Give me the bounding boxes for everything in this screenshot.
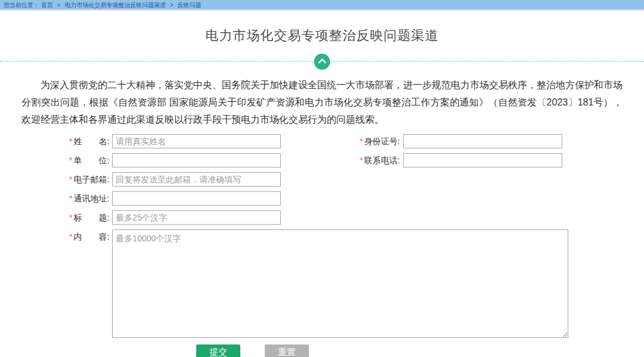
content-label-text: 内 容:	[73, 232, 109, 241]
email-label: *电子邮箱:	[69, 172, 109, 187]
notice-paragraph: 为深入贯彻党的二十大精神，落实党中央、国务院关于加快建设全国统一大市场部署，进一…	[21, 76, 623, 128]
phone-label-text: 联系电话:	[364, 156, 400, 165]
address-field-group: *通讯地址:	[69, 191, 281, 206]
phone-field-group: *联系电话:	[360, 153, 562, 167]
address-input[interactable]	[112, 191, 281, 206]
unit-field-group: *单 位:	[69, 153, 281, 167]
collapse-toggle-button[interactable]	[314, 54, 330, 70]
breadcrumb-item-current: 反映问题	[178, 2, 202, 8]
address-label-text: 通讯地址:	[73, 194, 109, 203]
dotted-divider	[0, 61, 644, 62]
email-input[interactable]	[112, 172, 281, 187]
required-marker: *	[69, 213, 72, 222]
submit-button[interactable]: 提交	[196, 344, 240, 357]
breadcrumb-prefix: 您当前位置：	[4, 2, 39, 8]
required-marker: *	[69, 156, 72, 165]
title-label-text: 标 题:	[73, 213, 109, 222]
email-label-text: 电子邮箱:	[73, 175, 109, 184]
required-marker: *	[69, 136, 72, 146]
form-row-title: *标 题:	[69, 210, 644, 225]
form-row-name-id: *姓 名: *身份证号:	[69, 134, 644, 148]
name-label-text: 姓 名:	[73, 136, 109, 146]
content-textarea[interactable]	[112, 229, 568, 338]
phone-label: *联系电话:	[360, 153, 400, 167]
id-number-label-text: 身份证号:	[364, 136, 400, 146]
required-marker: *	[69, 194, 72, 203]
form-row-unit-phone: *单 位: *联系电话:	[69, 153, 644, 167]
form-row-content: *内 容:	[69, 229, 644, 338]
required-marker: *	[69, 232, 72, 241]
breadcrumb-item-home[interactable]: 首页	[41, 2, 53, 8]
id-number-field-group: *身份证号:	[360, 134, 562, 148]
breadcrumb-item-channel[interactable]: 电力市场化交易专项整治反映问题渠道	[64, 2, 166, 8]
email-field-group: *电子邮箱:	[69, 172, 281, 187]
title-label: *标 题:	[69, 210, 109, 225]
form-row-email: *电子邮箱:	[69, 172, 644, 187]
page-title: 电力市场化交易专项整治反映问题渠道	[0, 27, 644, 45]
address-label: *通讯地址:	[69, 191, 109, 206]
breadcrumb-separator: >	[57, 2, 61, 8]
id-number-label: *身份证号:	[360, 134, 400, 148]
name-label: *姓 名:	[69, 134, 109, 148]
name-input[interactable]	[112, 134, 281, 148]
content-field-group: *内 容:	[69, 229, 568, 338]
unit-label-text: 单 位:	[73, 156, 109, 165]
title-field-group: *标 题:	[69, 210, 281, 225]
name-field-group: *姓 名:	[69, 134, 281, 148]
required-marker: *	[360, 136, 363, 146]
unit-label: *单 位:	[69, 153, 109, 167]
unit-input[interactable]	[112, 153, 281, 167]
breadcrumb-separator: >	[170, 2, 174, 8]
id-number-input[interactable]	[403, 134, 562, 148]
required-marker: *	[360, 156, 363, 165]
reset-button[interactable]: 重置	[265, 344, 309, 357]
required-marker: *	[69, 175, 72, 184]
chevron-up-icon	[317, 59, 327, 64]
content-label: *内 容:	[69, 229, 109, 244]
phone-input[interactable]	[403, 153, 562, 167]
breadcrumb: 您当前位置： 首页 > 电力市场化交易专项整治反映问题渠道 > 反映问题	[0, 0, 644, 11]
button-row: 提交 重置	[196, 344, 644, 357]
form-row-address: *通讯地址:	[69, 191, 644, 206]
report-form: *姓 名: *身份证号: *单 位: *联系电话: *电子邮箱: *通讯地址:	[69, 134, 644, 357]
title-input[interactable]	[112, 210, 281, 225]
